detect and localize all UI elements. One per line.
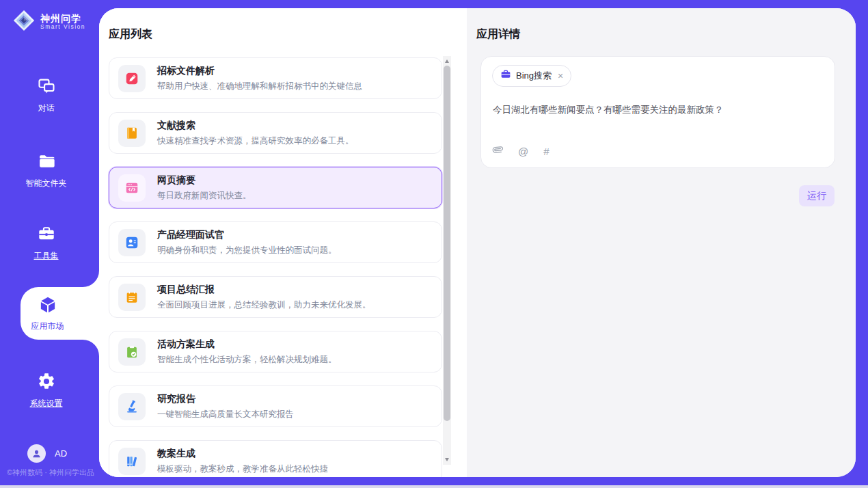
list-item-web-summary[interactable]: 网页摘要 每日政府新闻资讯快查。 xyxy=(109,167,442,208)
input-toolbar: @ # xyxy=(493,144,550,158)
diamond-logo-icon xyxy=(12,9,36,35)
close-icon[interactable]: × xyxy=(558,71,563,81)
query-text[interactable]: 今日湖北有哪些新闻要点？有哪些需要关注的最新政策？ xyxy=(493,104,824,116)
list-item-event-plan[interactable]: 活动方案生成 智能生成个性化活动方案，轻松解决规划难题。 xyxy=(109,331,442,372)
list-item-bid-analysis[interactable]: 招标文件解析 帮助用户快速、准确地理解和解析招标书中的关键信息 xyxy=(109,57,442,99)
user-account[interactable]: AD xyxy=(27,444,67,463)
sidebar-item-toolset[interactable]: 工具集 xyxy=(0,224,92,262)
app-detail-panel: 应用详情 Bing搜索 × 今日湖北有哪些新闻要点？有哪些需要关注的最新政策？ xyxy=(467,8,856,477)
scroll-up-arrow-icon[interactable] xyxy=(445,59,449,63)
sidebar-item-label: 对话 xyxy=(38,103,55,114)
toolbox-icon xyxy=(37,224,56,246)
app-list: 招标文件解析 帮助用户快速、准确地理解和解析招标书中的关键信息 文献搜索 xyxy=(109,57,442,477)
mention-icon[interactable]: @ xyxy=(518,146,528,157)
attachment-icon[interactable] xyxy=(493,144,503,158)
app-description: 一键智能生成高质量长文本研究报告 xyxy=(157,409,294,420)
brand-subtitle: Smart Vision xyxy=(40,24,85,31)
app-description: 明确身份和职责，为您提供专业性的面试问题。 xyxy=(157,245,337,256)
cube-icon xyxy=(38,295,58,318)
sidebar: 神州问学 Smart Vision 对话 智能文件夹 xyxy=(0,0,99,488)
book-icon xyxy=(118,120,146,147)
app-title: 项目总结汇报 xyxy=(157,284,371,296)
sidebar-item-label: 系统设置 xyxy=(30,398,63,409)
copyright-footer: ©神州数码 · 神州问学出品 xyxy=(7,467,99,478)
bottom-edge xyxy=(0,485,868,488)
tool-chip-label: Bing搜索 xyxy=(516,70,552,82)
briefcase-icon xyxy=(500,69,511,83)
sidebar-item-smart-folder[interactable]: 智能文件夹 xyxy=(0,152,92,189)
user-name: AD xyxy=(55,448,67,459)
sidebar-item-chat[interactable]: 对话 xyxy=(0,77,92,114)
gear-icon xyxy=(37,372,56,394)
app-list-title: 应用列表 xyxy=(109,27,152,42)
interviewer-icon xyxy=(118,229,146,256)
app-description: 智能生成个性化活动方案，轻松解决规划难题。 xyxy=(157,354,337,366)
list-item-project-summary[interactable]: 项目总结汇报 全面回顾项目进展，总结经验教训，助力未来优化发展。 xyxy=(109,276,442,318)
hash-icon[interactable]: # xyxy=(543,146,549,157)
app-list-panel: 应用列表 招标文件解析 帮助用户快速、准确地理解和解析招标书中的关键信息 xyxy=(99,8,467,477)
sidebar-item-settings[interactable]: 系统设置 xyxy=(0,372,92,409)
folder-icon xyxy=(37,152,56,174)
app-description: 每日政府新闻资讯快查。 xyxy=(157,190,252,202)
app-title: 文献搜索 xyxy=(157,120,354,132)
scrollbar-thumb[interactable] xyxy=(444,66,450,421)
app-window: 神州问学 Smart Vision 对话 智能文件夹 xyxy=(0,0,868,488)
app-title: 活动方案生成 xyxy=(157,338,337,351)
list-item-literature-search[interactable]: 文献搜索 快速精准查找学术资源，提高研究效率的必备工具。 xyxy=(109,112,442,154)
chat-icon xyxy=(37,77,56,98)
main-content: 应用列表 招标文件解析 帮助用户快速、准确地理解和解析招标书中的关键信息 xyxy=(99,8,856,477)
note-icon xyxy=(118,284,146,311)
edit-document-icon xyxy=(118,65,146,92)
app-title: 招标文件解析 xyxy=(157,65,362,77)
bubble-curve-bottom xyxy=(83,340,99,356)
sidebar-item-label: 应用市场 xyxy=(31,321,64,332)
app-description: 帮助用户快速、准确地理解和解析招标书中的关键信息 xyxy=(157,81,362,92)
app-description: 快速精准查找学术资源，提高研究效率的必备工具。 xyxy=(157,135,354,147)
app-detail-title: 应用详情 xyxy=(476,27,520,42)
bubble-curve-top xyxy=(83,271,99,287)
run-button[interactable]: 运行 xyxy=(799,185,835,206)
microscope-icon xyxy=(118,393,146,420)
sidebar-item-app-market[interactable]: 应用市场 xyxy=(21,287,99,340)
app-title: 网页摘要 xyxy=(157,174,252,187)
browser-code-icon xyxy=(118,174,146,202)
brand-logo: 神州问学 Smart Vision xyxy=(12,9,85,35)
tool-chip-bing-search[interactable]: Bing搜索 × xyxy=(492,65,571,87)
sidebar-item-label: 智能文件夹 xyxy=(26,178,67,189)
avatar xyxy=(27,444,46,463)
list-item-lesson-plan[interactable]: 教案生成 模板驱动，教案秒成，教学准备从此轻松快捷 xyxy=(109,440,442,477)
list-item-research-report[interactable]: 研究报告 一键智能生成高质量长文本研究报告 xyxy=(109,385,442,427)
app-title: 研究报告 xyxy=(157,393,294,405)
sidebar-item-label: 工具集 xyxy=(34,250,59,262)
app-description: 全面回顾项目进展，总结经验教训，助力未来优化发展。 xyxy=(157,299,371,311)
brand-name: 神州问学 xyxy=(40,13,85,24)
app-title: 教案生成 xyxy=(157,448,328,460)
books-icon xyxy=(118,448,146,475)
list-scrollbar[interactable] xyxy=(443,56,451,465)
app-title: 产品经理面试官 xyxy=(157,229,337,241)
scroll-down-arrow-icon[interactable] xyxy=(445,458,449,461)
app-description: 模板驱动，教案秒成，教学准备从此轻松快捷 xyxy=(157,463,328,475)
list-item-pm-interviewer[interactable]: 产品经理面试官 明确身份和职责，为您提供专业性的面试问题。 xyxy=(109,221,442,263)
clipboard-check-icon xyxy=(118,338,146,366)
prompt-input-card[interactable]: Bing搜索 × 今日湖北有哪些新闻要点？有哪些需要关注的最新政策？ @ # xyxy=(480,56,835,168)
